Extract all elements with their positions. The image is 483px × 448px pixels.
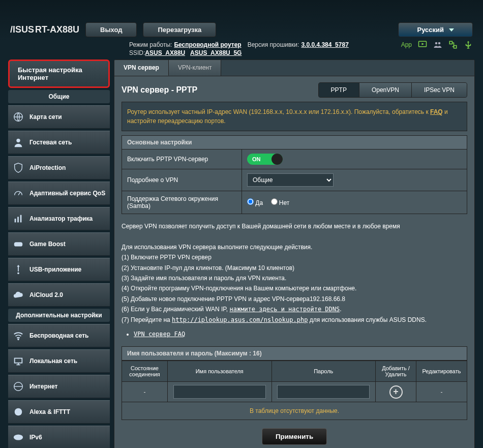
sidebar-label: AiProtection xyxy=(29,164,66,171)
sidebar-label: Беспроводная сеть xyxy=(29,332,88,339)
sidebar-label: Карта сети xyxy=(29,113,62,121)
shield-icon xyxy=(12,162,24,174)
ssid1-link[interactable]: ASUS_AX88U xyxy=(145,49,185,56)
gamepad-icon xyxy=(12,238,24,250)
svg-point-15 xyxy=(15,408,22,416)
notice-box: Роутер использует частный IP-адрес WAN (… xyxy=(122,102,467,131)
sidebar-alexa[interactable]: Alexa & IFTTT xyxy=(8,400,110,424)
svg-point-1 xyxy=(435,42,438,45)
faq-link[interactable]: FAQ xyxy=(430,108,443,115)
fw-link[interactable]: 3.0.0.4.384_5787 xyxy=(301,41,348,48)
quick-setup-label: Быстрая настройка Интернет xyxy=(18,66,104,81)
logo: /ISUS xyxy=(10,24,34,35)
password-input[interactable] xyxy=(277,385,370,399)
svg-rect-7 xyxy=(15,219,16,222)
logout-button[interactable]: Выход xyxy=(85,22,137,37)
user-icon xyxy=(12,136,24,148)
ssid-label: SSID: xyxy=(129,49,145,56)
section-general: Общие xyxy=(8,90,110,103)
description-block: Сервер VPN позволяет получить доступ к В… xyxy=(122,221,467,339)
samba-no-radio[interactable] xyxy=(271,198,278,205)
detail-select[interactable]: Общие xyxy=(247,173,334,187)
sidebar-network-map[interactable]: Карта сети xyxy=(8,105,110,129)
sidebar-aicloud[interactable]: AiCloud 2.0 xyxy=(8,283,110,307)
ssid2-link[interactable]: ASUS_AX88U_5G xyxy=(190,49,242,56)
sidebar-wireless[interactable]: Беспроводная сеть xyxy=(8,324,110,347)
seg-openvpn[interactable]: OpenVPN xyxy=(359,83,411,97)
sidebar-label: Alexa & IFTTT xyxy=(29,408,70,415)
notice-text: Роутер использует частный IP-адрес WAN (… xyxy=(127,108,430,115)
sidebar-usb[interactable]: USB-приложение xyxy=(8,258,110,281)
mode-link[interactable]: Беспроводной роутер xyxy=(174,41,241,48)
state-cell: - xyxy=(122,382,168,402)
sidebar-traffic[interactable]: Анализатор трафика xyxy=(8,207,110,230)
svg-rect-10 xyxy=(14,242,23,246)
lan-icon xyxy=(12,355,24,367)
section-advanced: Дополнительные настройки xyxy=(8,309,110,322)
enable-toggle[interactable]: ON xyxy=(247,154,283,165)
sidebar-label: Анализатор трафика xyxy=(29,215,93,222)
language-label: Русский xyxy=(417,26,444,34)
language-select[interactable]: Русский xyxy=(398,22,473,37)
seg-pptp[interactable]: PPTP xyxy=(319,83,359,97)
detail-label: Подробнее о VPN xyxy=(122,169,242,191)
users-icon[interactable] xyxy=(433,40,442,49)
sidebar-label: Гостевая сеть xyxy=(29,139,72,146)
svg-point-11 xyxy=(17,273,19,275)
users-panel-title: Имя пользователя и пароль (Максимум : 16… xyxy=(122,346,467,361)
svg-rect-9 xyxy=(20,215,22,223)
reboot-button[interactable]: Перезагрузка xyxy=(143,22,216,37)
svg-rect-3 xyxy=(449,41,452,44)
apply-button[interactable]: Применить xyxy=(262,428,327,445)
vpn-type-segment: PPTP OpenVPN IPSec VPN xyxy=(318,82,467,98)
username-input[interactable] xyxy=(173,385,266,399)
sidebar-guest[interactable]: Гостевая сеть xyxy=(8,131,110,154)
sidebar-label: Локальная сеть xyxy=(29,357,77,365)
tab-vpn-client[interactable]: VPN-клиент xyxy=(169,60,222,76)
svg-point-6 xyxy=(16,139,20,142)
add-button[interactable]: + xyxy=(389,385,403,399)
yes-label: Да xyxy=(255,199,263,206)
chart-icon xyxy=(12,213,24,225)
sidebar-ipv6[interactable]: IPv6 xyxy=(8,426,110,448)
tab-vpn-server[interactable]: VPN сервер xyxy=(114,60,169,76)
sidebar-internet[interactable]: Интернет xyxy=(8,375,110,398)
svg-point-2 xyxy=(438,42,441,45)
voice-icon xyxy=(12,406,24,418)
mode-label: Режим работы: xyxy=(129,41,172,48)
usb-icon[interactable] xyxy=(464,40,473,49)
col-state: Состояние соединения xyxy=(122,361,168,382)
sidebar-label: Game Boost xyxy=(29,241,66,248)
col-pass: Пароль xyxy=(271,361,376,382)
sidebar-qos[interactable]: Адаптивный сервис QoS xyxy=(8,182,110,205)
ddns-link[interactable]: нажмите здесь и настройте DDNS xyxy=(229,306,340,313)
sidebar-aiprotection[interactable]: AiProtection xyxy=(8,156,110,180)
svg-rect-8 xyxy=(17,217,19,222)
vpn-faq-link[interactable]: VPN сервер FAQ xyxy=(134,331,185,338)
page-title: VPN сервер - PPTP xyxy=(122,85,197,95)
model-name: RT-AX88U xyxy=(35,24,79,35)
usb-icon xyxy=(12,263,24,276)
play-icon[interactable] xyxy=(418,40,427,49)
network-icon[interactable] xyxy=(448,40,458,49)
sidebar-label: IPv6 xyxy=(29,434,42,441)
svg-point-16 xyxy=(14,435,23,440)
globe-icon xyxy=(12,111,24,123)
col-user: Имя пользователя xyxy=(168,361,272,382)
samba-yes-radio[interactable] xyxy=(247,198,254,205)
iplookup-link[interactable]: http://iplookup.asus.com/nslookup.php xyxy=(172,316,308,323)
sidebar-gameboost[interactable]: Game Boost xyxy=(8,232,110,256)
quick-setup-button[interactable]: Быстрая настройка Интернет xyxy=(8,59,110,88)
sidebar-lan[interactable]: Локальная сеть xyxy=(8,349,110,373)
col-edit: Редактировать xyxy=(416,361,467,382)
sidebar-label: Интернет xyxy=(29,383,57,390)
enable-label: Включить PPTP VPN-сервер xyxy=(122,150,242,169)
fw-label: Версия прошивки: xyxy=(248,41,299,48)
sidebar-label: USB-приложение xyxy=(29,266,81,273)
toggle-on-text: ON xyxy=(252,156,261,162)
seg-ipsec[interactable]: IPSec VPN xyxy=(411,83,467,97)
app-label: App xyxy=(401,41,412,48)
ipv6-icon xyxy=(12,431,24,443)
cloud-icon xyxy=(12,289,24,301)
col-add: Добавить / Удалить xyxy=(376,361,416,382)
